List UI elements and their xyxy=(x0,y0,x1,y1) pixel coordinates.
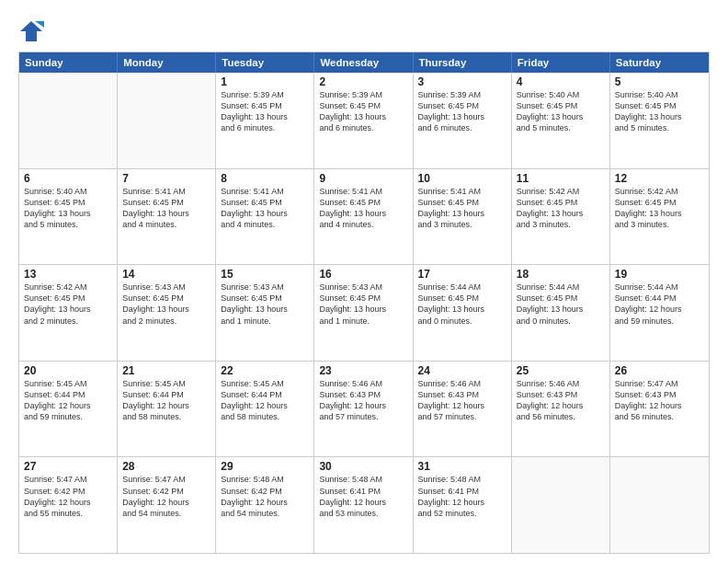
cell-line: Sunrise: 5:41 AM xyxy=(319,186,407,197)
calendar-week-1: 6Sunrise: 5:40 AMSunset: 6:45 PMDaylight… xyxy=(19,168,709,265)
cell-line: Sunrise: 5:44 AM xyxy=(418,282,506,293)
calendar-cell-31: 31Sunrise: 5:48 AMSunset: 6:41 PMDayligh… xyxy=(414,457,512,553)
cell-line: Sunrise: 5:47 AM xyxy=(24,474,112,485)
day-number: 10 xyxy=(418,172,506,185)
cell-line: Daylight: 12 hours xyxy=(517,400,605,411)
cell-line: Daylight: 13 hours xyxy=(319,304,407,315)
cell-line: and 57 minutes. xyxy=(319,411,407,422)
cell-line: Sunrise: 5:39 AM xyxy=(221,89,309,100)
calendar-week-3: 20Sunrise: 5:45 AMSunset: 6:44 PMDayligh… xyxy=(19,361,709,457)
day-number: 31 xyxy=(418,460,506,473)
calendar-cell-4: 4Sunrise: 5:40 AMSunset: 6:45 PMDaylight… xyxy=(512,73,610,168)
cell-line: Sunset: 6:44 PM xyxy=(615,293,704,304)
calendar-cell-1: 1Sunrise: 5:39 AMSunset: 6:45 PMDaylight… xyxy=(216,73,314,168)
calendar-cell-7: 7Sunrise: 5:41 AMSunset: 6:45 PMDaylight… xyxy=(118,169,216,265)
cell-line: Daylight: 13 hours xyxy=(24,304,112,315)
calendar-cell-empty xyxy=(610,457,709,553)
cell-line: Sunset: 6:44 PM xyxy=(122,389,210,400)
cell-line: and 5 minutes. xyxy=(24,219,112,230)
cell-line: Daylight: 13 hours xyxy=(418,111,506,122)
calendar-cell-empty xyxy=(512,457,610,553)
calendar-cell-15: 15Sunrise: 5:43 AMSunset: 6:45 PMDayligh… xyxy=(216,265,314,361)
cell-line: Sunrise: 5:46 AM xyxy=(517,378,605,389)
day-number: 3 xyxy=(418,75,506,88)
cell-line: and 0 minutes. xyxy=(418,316,506,327)
cell-line: Sunset: 6:45 PM xyxy=(319,100,407,111)
day-number: 28 xyxy=(122,460,210,473)
cell-line: Sunset: 6:45 PM xyxy=(221,100,309,111)
calendar-cell-5: 5Sunrise: 5:40 AMSunset: 6:45 PMDaylight… xyxy=(610,73,709,168)
cell-line: Daylight: 13 hours xyxy=(517,111,605,122)
weekday-header-friday: Friday xyxy=(512,52,610,73)
cell-line: and 6 minutes. xyxy=(221,122,309,133)
cell-line: Sunrise: 5:47 AM xyxy=(615,378,704,389)
cell-line: Sunrise: 5:40 AM xyxy=(615,89,704,100)
cell-line: Sunrise: 5:48 AM xyxy=(221,474,309,485)
cell-line: Daylight: 12 hours xyxy=(319,497,407,508)
day-number: 12 xyxy=(615,172,704,185)
calendar-cell-29: 29Sunrise: 5:48 AMSunset: 6:42 PMDayligh… xyxy=(216,457,314,553)
cell-line: Sunset: 6:45 PM xyxy=(517,100,605,111)
cell-line: and 58 minutes. xyxy=(122,411,210,422)
cell-line: Sunset: 6:43 PM xyxy=(319,389,407,400)
cell-line: and 2 minutes. xyxy=(24,316,112,327)
cell-line: Sunset: 6:43 PM xyxy=(517,389,605,400)
cell-line: Daylight: 12 hours xyxy=(24,497,112,508)
cell-line: and 0 minutes. xyxy=(517,316,605,327)
cell-line: Sunset: 6:45 PM xyxy=(24,293,112,304)
cell-line: Sunset: 6:45 PM xyxy=(517,197,605,208)
cell-line: Daylight: 12 hours xyxy=(418,497,506,508)
cell-line: Sunset: 6:43 PM xyxy=(615,389,704,400)
day-number: 26 xyxy=(615,364,704,377)
calendar-week-0: 1Sunrise: 5:39 AMSunset: 6:45 PMDaylight… xyxy=(19,73,709,168)
calendar-week-2: 13Sunrise: 5:42 AMSunset: 6:45 PMDayligh… xyxy=(19,264,709,361)
day-number: 22 xyxy=(221,364,309,377)
cell-line: and 5 minutes. xyxy=(615,122,704,133)
cell-line: Sunset: 6:45 PM xyxy=(122,197,210,208)
cell-line: Sunset: 6:42 PM xyxy=(221,486,309,497)
cell-line: and 2 minutes. xyxy=(122,316,210,327)
cell-line: Sunrise: 5:46 AM xyxy=(319,378,407,389)
day-number: 4 xyxy=(517,75,605,88)
cell-line: Sunrise: 5:48 AM xyxy=(319,474,407,485)
day-number: 25 xyxy=(517,364,605,377)
cell-line: and 3 minutes. xyxy=(615,219,704,230)
cell-line: Daylight: 13 hours xyxy=(418,208,506,219)
cell-line: and 56 minutes. xyxy=(517,411,605,422)
cell-line: Sunrise: 5:45 AM xyxy=(122,378,210,389)
cell-line: Daylight: 12 hours xyxy=(122,497,210,508)
cell-line: Sunrise: 5:45 AM xyxy=(24,378,112,389)
calendar-cell-23: 23Sunrise: 5:46 AMSunset: 6:43 PMDayligh… xyxy=(314,362,413,457)
calendar-cell-9: 9Sunrise: 5:41 AMSunset: 6:45 PMDaylight… xyxy=(314,169,413,265)
logo xyxy=(18,18,48,44)
cell-line: Daylight: 12 hours xyxy=(24,400,112,411)
cell-line: Sunrise: 5:44 AM xyxy=(517,282,605,293)
cell-line: Sunrise: 5:40 AM xyxy=(517,89,605,100)
cell-line: Sunset: 6:45 PM xyxy=(418,293,506,304)
day-number: 18 xyxy=(517,268,605,281)
cell-line: and 3 minutes. xyxy=(517,219,605,230)
cell-line: Sunset: 6:43 PM xyxy=(418,389,506,400)
day-number: 11 xyxy=(517,172,605,185)
calendar-cell-21: 21Sunrise: 5:45 AMSunset: 6:44 PMDayligh… xyxy=(118,362,216,457)
cell-line: Daylight: 12 hours xyxy=(418,400,506,411)
cell-line: Sunset: 6:45 PM xyxy=(517,293,605,304)
cell-line: Sunset: 6:45 PM xyxy=(418,197,506,208)
cell-line: Sunset: 6:45 PM xyxy=(122,293,210,304)
cell-line: and 1 minute. xyxy=(319,316,407,327)
calendar-cell-27: 27Sunrise: 5:47 AMSunset: 6:42 PMDayligh… xyxy=(19,457,118,553)
day-number: 13 xyxy=(24,268,112,281)
day-number: 30 xyxy=(319,460,407,473)
cell-line: Sunset: 6:42 PM xyxy=(24,486,112,497)
cell-line: Sunrise: 5:42 AM xyxy=(24,282,112,293)
cell-line: and 4 minutes. xyxy=(221,219,309,230)
calendar-header: SundayMondayTuesdayWednesdayThursdayFrid… xyxy=(19,52,709,73)
cell-line: and 59 minutes. xyxy=(615,316,704,327)
cell-line: Sunrise: 5:43 AM xyxy=(319,282,407,293)
cell-line: Daylight: 12 hours xyxy=(615,400,704,411)
cell-line: Daylight: 13 hours xyxy=(615,111,704,122)
cell-line: Sunrise: 5:48 AM xyxy=(418,474,506,485)
cell-line: Daylight: 13 hours xyxy=(221,208,309,219)
calendar-cell-25: 25Sunrise: 5:46 AMSunset: 6:43 PMDayligh… xyxy=(512,362,610,457)
cell-line: Daylight: 13 hours xyxy=(319,208,407,219)
